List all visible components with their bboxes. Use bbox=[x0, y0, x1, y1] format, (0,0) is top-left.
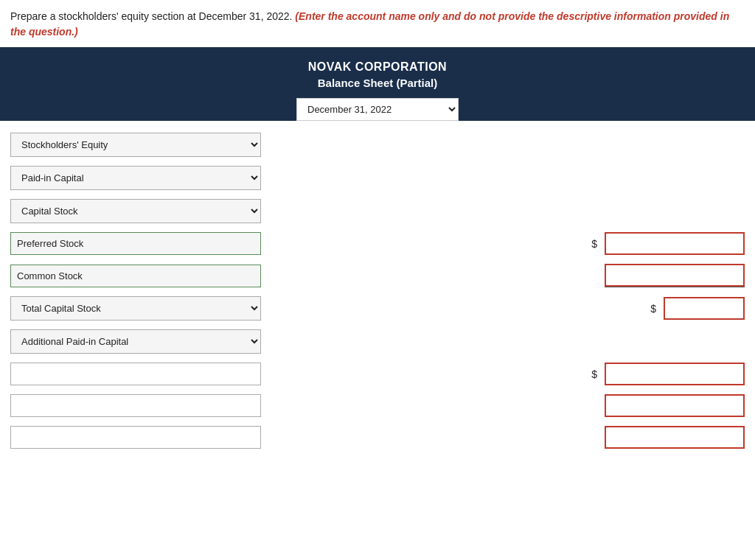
sheet-title: Balance Sheet (Partial) bbox=[0, 77, 755, 89]
stockholders-equity-col: Stockholders' Equity bbox=[10, 133, 349, 157]
blank-left-2-col bbox=[10, 394, 349, 417]
paid-in-capital-col: Paid-in Capital bbox=[10, 166, 349, 190]
preferred-stock-input-left[interactable] bbox=[10, 232, 261, 255]
company-name: NOVAK CORPORATION bbox=[0, 60, 755, 74]
total-capital-amount-input[interactable] bbox=[664, 297, 745, 320]
form-area: Stockholders' Equity Paid-in Capital Cap… bbox=[0, 121, 755, 472]
paid-in-capital-select[interactable]: Paid-in Capital bbox=[10, 166, 261, 190]
common-stock-col bbox=[10, 265, 349, 287]
additional-paid-in-capital-select[interactable]: Additional Paid-in Capital bbox=[10, 329, 261, 354]
header-box: NOVAK CORPORATION Balance Sheet (Partial… bbox=[0, 47, 755, 121]
blank-left-input-3[interactable] bbox=[10, 426, 261, 449]
underline-divider bbox=[605, 287, 745, 287]
blank-amount-input-1[interactable] bbox=[605, 363, 745, 385]
blank-amount-input-3[interactable] bbox=[605, 426, 745, 449]
date-dropdown-wrap: December 31, 2022 bbox=[0, 98, 755, 121]
common-stock-row: $ bbox=[10, 264, 745, 287]
total-dollar-sign: $ bbox=[650, 303, 656, 315]
capital-stock-row: Capital Stock bbox=[10, 199, 745, 223]
preferred-stock-amount-input[interactable] bbox=[605, 232, 745, 255]
blank-row-1: $ bbox=[10, 363, 745, 385]
paid-in-capital-row: Paid-in Capital bbox=[10, 166, 745, 190]
blank-row-3: $ bbox=[10, 426, 745, 449]
stockholders-equity-row: Stockholders' Equity bbox=[10, 133, 745, 157]
total-capital-stock-row: Total Capital Stock $ bbox=[10, 296, 745, 321]
blank-left-input-1[interactable] bbox=[10, 363, 261, 385]
common-stock-right: $ bbox=[591, 264, 745, 287]
total-capital-right: $ bbox=[650, 297, 745, 320]
total-capital-stock-col: Total Capital Stock bbox=[10, 296, 349, 321]
total-capital-stock-select[interactable]: Total Capital Stock bbox=[10, 296, 261, 321]
blank-left-1-col bbox=[10, 363, 349, 385]
blank-right-2: $ bbox=[591, 394, 745, 417]
preferred-stock-right: $ bbox=[591, 232, 745, 255]
blank-right-1: $ bbox=[591, 363, 745, 385]
common-stock-amount-input[interactable] bbox=[605, 264, 745, 287]
additional-paid-in-capital-row: Additional Paid-in Capital bbox=[10, 329, 745, 354]
capital-stock-col: Capital Stock bbox=[10, 199, 349, 223]
additional-paid-in-capital-col: Additional Paid-in Capital bbox=[10, 329, 349, 354]
blank-left-3-col bbox=[10, 426, 349, 449]
preferred-dollar-sign: $ bbox=[591, 238, 597, 250]
instruction-block: Prepare a stockholders' equity section a… bbox=[0, 0, 755, 47]
common-stock-input-left[interactable] bbox=[10, 265, 261, 287]
blank-right-3: $ bbox=[591, 426, 745, 449]
stockholders-equity-select[interactable]: Stockholders' Equity bbox=[10, 133, 261, 157]
instruction-main-text: Prepare a stockholders' equity section a… bbox=[10, 10, 295, 22]
preferred-stock-row: $ bbox=[10, 232, 745, 255]
date-select[interactable]: December 31, 2022 bbox=[296, 98, 459, 121]
blank-row-2: $ bbox=[10, 394, 745, 417]
blank-amount-input-2[interactable] bbox=[605, 394, 745, 417]
capital-stock-select[interactable]: Capital Stock bbox=[10, 199, 261, 223]
blank-left-input-2[interactable] bbox=[10, 394, 261, 417]
preferred-stock-col bbox=[10, 232, 349, 255]
blank-dollar-1: $ bbox=[591, 368, 597, 380]
